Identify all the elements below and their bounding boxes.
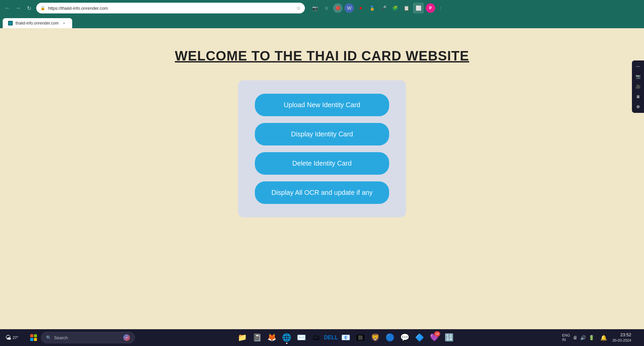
taskbar-app-whatsapp[interactable]: 💬 [398,331,412,345]
panel-dots-icon[interactable]: ⋯ [633,62,643,71]
firefox-icon: 🦊 [267,333,276,342]
bookmark-icon[interactable]: ☆ [322,3,331,13]
taskbar-app-terminal[interactable]: ⬛ [354,331,368,345]
extension-1[interactable]: 🔴 [333,3,342,13]
mic-icon[interactable]: 🎤 [379,3,388,13]
taskbar: 🌤 27° 🔍 Search ✦ 📁 📓 🦊 🌐 [0,329,644,346]
search-icon: 🔍 [46,335,51,340]
extension-4[interactable]: 🏅 [367,3,377,13]
gmail-icon: ✉️ [297,333,306,342]
right-side-panel: ⋯ 📷 🎥 🖥 ⚙ [632,60,644,113]
taskbar-app-dell[interactable]: DELL [324,331,338,345]
teams-badge: 18 [434,331,440,337]
gmail2-icon: 📧 [341,333,350,342]
taskbar-app-gmail2[interactable]: 📧 [339,331,353,345]
taskbar-app-onenote[interactable]: 📓 [250,331,264,345]
extension-3[interactable]: ● [356,3,365,13]
weather-icon: 🌤 [5,334,11,341]
file-explorer-icon: 📁 [238,333,247,342]
back-button[interactable]: ← [3,3,12,13]
dell-icon: DELL [324,335,338,341]
taskbar-app-chromium[interactable]: 🔵 [383,331,397,345]
address-bar[interactable]: 🔒 https://thaiid-info.onrender.com ☆ [36,3,305,13]
extension-5[interactable]: 🧩 [390,3,400,13]
chrome-icon: 🌐 [282,333,291,342]
vscode-icon: 🔷 [415,333,424,342]
taskbar-app-brave[interactable]: 🦁 [368,331,382,345]
search-logo: ✦ [123,334,130,341]
notification-button[interactable]: 🔔 [598,332,609,343]
clock-time: 23:52 [612,332,631,338]
battery-icon: 🔋 [589,335,594,340]
tab-title: thaiid-info.onrender.com [15,21,59,26]
win-logo-yellow [34,338,37,341]
search-logo-icon: ✦ [126,336,128,339]
delete-button[interactable]: Delete Identity Card [255,152,389,175]
display-button[interactable]: Display Identity Card [255,123,389,145]
system-tray: ENGIN 🖥 🔊 🔋 🔔 23:52 30-03-2024 [557,331,641,345]
calculator-icon: 🔢 [445,333,454,342]
win-logo-red [30,334,33,337]
taskbar-search-bar[interactable]: 🔍 Search ✦ [41,332,135,343]
taskbar-app-files[interactable]: 🗂 [309,331,323,345]
weather-temp: 27° [13,336,18,340]
terminal-icon: ⬛ [357,335,364,341]
brave-icon: 🦁 [371,333,380,342]
menu-extend[interactable]: ⋮ [437,3,444,13]
monitor-icon: 🖥 [573,335,578,340]
browser-actions: 📷 ☆ 🔴 W ● 🏅 🎤 🧩 📋 ⬜ P ⋮ [310,3,444,13]
main-content: WELCOME TO THE THAI ID CARD WEBSITE Uplo… [0,28,644,329]
star-icon: ☆ [296,5,301,11]
secure-icon: 🔒 [40,6,45,10]
volume-icon: 🔊 [580,335,586,340]
taskbar-app-calculator[interactable]: 🔢 [442,331,456,345]
tab-favicon: 🌐 [8,21,13,26]
browser-chrome: ← → ↻ 🔒 https://thaiid-info.onrender.com… [0,0,644,16]
tab-close-button[interactable]: × [61,20,67,26]
panel-camera-icon[interactable]: 📷 [633,72,643,81]
nav-buttons: ← → ↻ [3,3,34,13]
taskbar-app-vscode[interactable]: 🔷 [413,331,427,345]
panel-monitor-icon[interactable]: 🖥 [633,92,643,101]
url-text: https://thaiid-info.onrender.com [48,6,294,11]
language-indicator: ENGIN [562,333,570,342]
panel-settings-icon[interactable]: ⚙ [633,102,643,112]
taskbar-app-file-explorer[interactable]: 📁 [235,331,249,345]
win-logo-blue [30,338,33,341]
taskbar-app-teams[interactable]: 💜 18 [427,331,442,345]
taskbar-apps: 📁 📓 🦊 🌐 ✉️ 🗂 DELL 📧 ⬛ 🦁 🔵 [136,331,555,345]
extension-6[interactable]: 📋 [402,3,411,13]
extension-2[interactable]: W [344,3,354,13]
upload-button[interactable]: Upload New Identity Card [255,94,389,116]
system-icons[interactable]: ENGIN 🖥 🔊 🔋 [559,332,597,343]
files-icon: 🗂 [313,333,320,342]
reload-button[interactable]: ↻ [24,3,34,13]
side-panel-button[interactable]: ⬜ [413,3,424,13]
chromium-icon: 🔵 [385,333,395,342]
forward-button[interactable]: → [13,3,23,13]
windows-start-button[interactable] [28,332,40,344]
win-logo-green [34,334,37,337]
clock[interactable]: 23:52 30-03-2024 [610,332,633,343]
page-title: WELCOME TO THE THAI ID CARD WEBSITE [175,48,469,63]
action-card: Upload New Identity Card Display Identit… [238,80,406,217]
search-input[interactable]: Search [54,335,68,340]
tab-bar: 🌐 thaiid-info.onrender.com × [0,16,644,28]
clock-date: 30-03-2024 [612,338,631,343]
onenote-icon: 📓 [252,333,262,342]
screenshot-icon[interactable]: 📷 [310,3,320,13]
taskbar-app-firefox[interactable]: 🦊 [265,331,279,345]
active-tab[interactable]: 🌐 thaiid-info.onrender.com × [3,18,72,28]
whatsapp-icon: 💬 [400,333,409,342]
windows-logo [30,334,37,341]
ocr-button[interactable]: Display All OCR and update if any [255,181,389,204]
show-desktop-button[interactable] [635,331,639,345]
profile-avatar[interactable]: P [426,3,435,13]
taskbar-app-chrome[interactable]: 🌐 [280,331,294,345]
panel-video-icon[interactable]: 🎥 [633,82,643,91]
taskbar-app-gmail[interactable]: ✉️ [294,331,309,345]
weather-widget[interactable]: 🌤 27° [3,334,26,341]
